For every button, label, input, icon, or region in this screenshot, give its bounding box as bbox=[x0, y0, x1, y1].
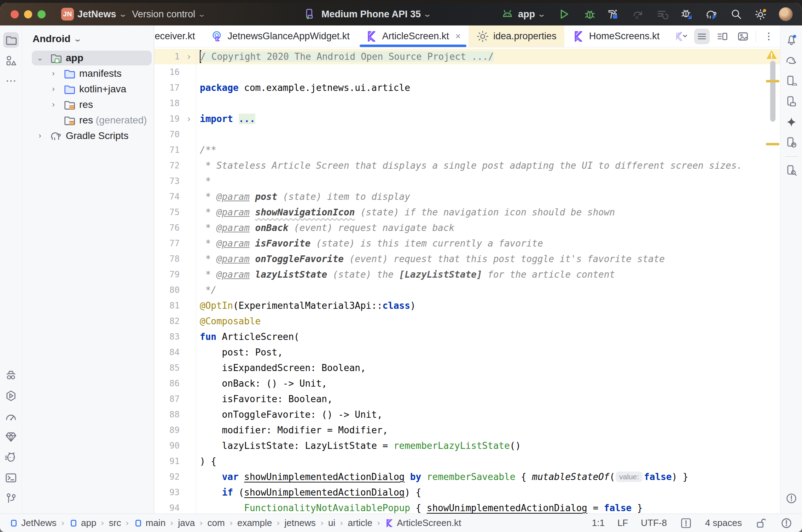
code-text[interactable]: /** bbox=[196, 142, 780, 158]
tab-jetnewsglanceappwidget-kt[interactable]: JetnewsGlanceAppWidget.kt bbox=[203, 25, 358, 47]
line-number[interactable]: 80 bbox=[154, 285, 182, 295]
code-text[interactable] bbox=[196, 64, 780, 80]
gemini-sparkle-icon[interactable] bbox=[784, 114, 799, 130]
resource-manager-icon[interactable] bbox=[3, 53, 19, 68]
code-line[interactable]: 16 bbox=[154, 64, 780, 80]
line-number[interactable]: 79 bbox=[154, 270, 182, 279]
attach-debugger-button[interactable] bbox=[680, 7, 694, 21]
code-line[interactable]: 77 * @param isFavorite (state) is this i… bbox=[154, 236, 780, 251]
breadcrumb-item-main[interactable]: main bbox=[132, 517, 167, 528]
breadcrumb-item-example[interactable]: example bbox=[236, 517, 273, 528]
code-text[interactable]: @OptIn(ExperimentalMaterial3Api::class) bbox=[196, 298, 780, 313]
code-line[interactable]: 89 modifier: Modifier = Modifier, bbox=[154, 422, 780, 438]
code-line[interactable]: 94 FunctionalityNotAvailablePopup { show… bbox=[154, 500, 780, 514]
code-line[interactable]: 1›/ Copyright 2020 The Android Open Sour… bbox=[154, 49, 780, 64]
line-number[interactable]: 89 bbox=[154, 425, 182, 435]
breadcrumb-item-article[interactable]: article bbox=[347, 517, 374, 528]
code-text[interactable]: modifier: Modifier = Modifier, bbox=[196, 422, 780, 438]
line-number[interactable]: 76 bbox=[154, 223, 182, 233]
device-manager-icon[interactable] bbox=[784, 73, 799, 89]
line-number[interactable]: 16 bbox=[154, 67, 182, 77]
code-text[interactable]: isExpandedScreen: Boolean, bbox=[196, 360, 780, 376]
line-number[interactable]: 91 bbox=[154, 456, 182, 466]
chevron-right-icon[interactable]: › bbox=[34, 131, 46, 140]
project-view-selector[interactable]: Android ⌄ bbox=[22, 28, 154, 50]
code-line[interactable]: 88 onToggleFavorite: () -> Unit, bbox=[154, 407, 780, 422]
code-text[interactable]: isFavorite: Boolean, bbox=[196, 391, 780, 407]
code-text[interactable]: import ... bbox=[196, 111, 780, 127]
warning-stripe-mark[interactable] bbox=[766, 143, 779, 145]
readonly-lock-icon[interactable] bbox=[755, 517, 767, 530]
more-options-button[interactable] bbox=[761, 29, 777, 44]
line-number[interactable]: 75 bbox=[154, 207, 182, 217]
encoding-indicator[interactable]: UTF-8 bbox=[641, 517, 667, 528]
code-line[interactable]: 92 var showUnimplementedActionDialog by … bbox=[154, 469, 780, 485]
line-number[interactable]: 86 bbox=[154, 378, 182, 388]
zoom-window-button[interactable] bbox=[37, 10, 46, 18]
line-number[interactable]: 78 bbox=[154, 254, 182, 264]
code-line[interactable]: 17package com.example.jetnews.ui.article bbox=[154, 80, 780, 96]
line-number[interactable]: 81 bbox=[154, 301, 182, 311]
code-text[interactable]: post: Post, bbox=[196, 345, 780, 360]
tab-receiver-kt[interactable]: Receiver.kt bbox=[154, 25, 203, 47]
code-text[interactable]: ) { bbox=[196, 453, 780, 469]
editor-scrollbar[interactable] bbox=[770, 61, 775, 122]
code-text[interactable]: var showUnimplementedActionDialog by rem… bbox=[196, 469, 780, 485]
logcat-icon[interactable] bbox=[3, 450, 19, 465]
recent-history-disabled-button[interactable] bbox=[655, 7, 669, 21]
code-text[interactable]: lazyListState: LazyListState = rememberL… bbox=[196, 438, 780, 453]
code-line[interactable]: 91) { bbox=[154, 453, 780, 469]
code-text[interactable]: * @param lazyListState (state) the [Lazy… bbox=[196, 267, 780, 282]
code-line[interactable]: 71/** bbox=[154, 142, 780, 158]
breadcrumb-item-articlescreen-kt[interactable]: ArticleScreen.kt bbox=[383, 517, 463, 528]
code-text[interactable]: * @param isFavorite (state) is this item… bbox=[196, 236, 780, 251]
line-number[interactable]: 18 bbox=[154, 98, 182, 108]
breadcrumb-item-java[interactable]: java bbox=[176, 517, 196, 528]
close-tab-icon[interactable]: × bbox=[455, 31, 461, 42]
gradle-icon[interactable] bbox=[784, 53, 799, 68]
tab-homescreens-kt[interactable]: HomeScreens.kt bbox=[564, 25, 668, 47]
line-number[interactable]: 93 bbox=[154, 487, 182, 497]
line-number[interactable]: 19 bbox=[154, 114, 182, 124]
terminal-icon[interactable] bbox=[3, 470, 19, 486]
code-line[interactable]: 74 * @param post (state) item to display bbox=[154, 189, 780, 204]
image-view-button[interactable] bbox=[735, 29, 751, 44]
code-line[interactable]: 93 if (showUnimplementedActionDialog) { bbox=[154, 485, 780, 500]
inspections-widget-icon[interactable] bbox=[680, 517, 692, 530]
tree-item-res[interactable]: ›res bbox=[22, 97, 154, 112]
code-text[interactable]: onToggleFavorite: () -> Unit, bbox=[196, 407, 780, 422]
code-text[interactable]: * @param post (state) item to display bbox=[196, 189, 780, 204]
code-line[interactable]: 84 post: Post, bbox=[154, 345, 780, 360]
app-quality-insights-icon[interactable] bbox=[3, 429, 19, 445]
code-line[interactable]: 73 * bbox=[154, 173, 780, 189]
code-line[interactable]: 18 bbox=[154, 96, 780, 111]
line-number[interactable]: 73 bbox=[154, 176, 182, 186]
line-number[interactable]: 85 bbox=[154, 363, 182, 373]
code-text[interactable]: FunctionalityNotAvailablePopup { showUni… bbox=[196, 500, 780, 514]
inspection-warning-icon[interactable] bbox=[765, 48, 778, 61]
project-folder-icon[interactable] bbox=[3, 32, 19, 48]
line-number[interactable]: 70 bbox=[154, 129, 182, 139]
close-window-button[interactable] bbox=[11, 10, 19, 18]
code-line[interactable]: 90 lazyListState: LazyListState = rememb… bbox=[154, 438, 780, 453]
warning-stripe-mark[interactable] bbox=[766, 80, 779, 82]
fold-region-icon[interactable]: › bbox=[182, 51, 196, 62]
problems-status-icon[interactable] bbox=[780, 517, 793, 530]
code-text[interactable]: * Stateless Article Screen that displays… bbox=[196, 158, 780, 173]
code-text[interactable]: @Composable bbox=[196, 313, 780, 329]
profiler-icon[interactable] bbox=[3, 388, 19, 404]
code-line[interactable]: 81@OptIn(ExperimentalMaterial3Api::class… bbox=[154, 298, 780, 313]
breadcrumb-item-jetnews[interactable]: jetnews bbox=[283, 517, 317, 528]
line-number[interactable]: 1 bbox=[154, 52, 182, 62]
line-number[interactable]: 84 bbox=[154, 347, 182, 357]
code-line[interactable]: 72 * Stateless Article Screen that displ… bbox=[154, 158, 780, 173]
fold-region-icon[interactable]: › bbox=[182, 114, 196, 124]
breadcrumb-item-jetnews[interactable]: JetNews bbox=[8, 517, 58, 528]
debug-button[interactable] bbox=[583, 7, 597, 21]
single-column-view-button[interactable] bbox=[694, 29, 710, 44]
run-configuration-selector[interactable]: app ⌄ bbox=[500, 7, 545, 21]
line-number[interactable]: 82 bbox=[154, 316, 182, 326]
breadcrumb-item-com[interactable]: com bbox=[206, 517, 226, 528]
caret-position[interactable]: 1:1 bbox=[592, 517, 605, 528]
code-line[interactable]: 83fun ArticleScreen( bbox=[154, 329, 780, 345]
